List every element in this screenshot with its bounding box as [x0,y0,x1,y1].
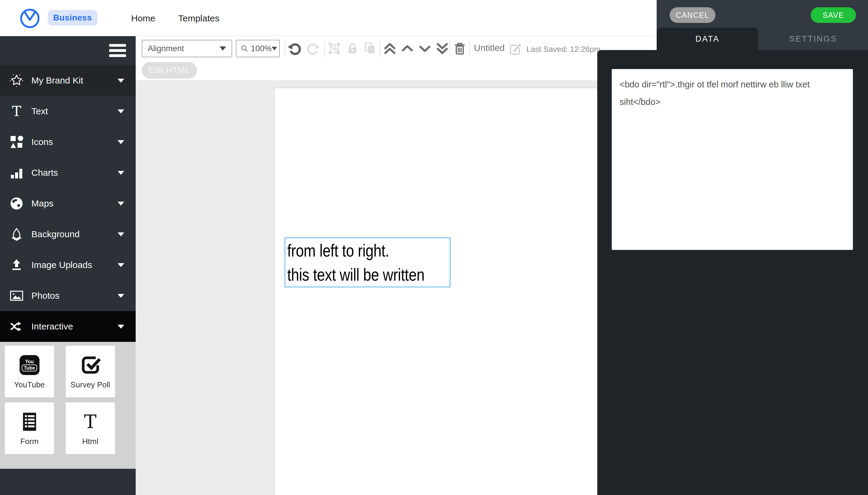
upload-icon [8,258,25,272]
tile-form[interactable]: Form [5,403,54,454]
send-backward-button[interactable] [417,40,433,57]
magnifier-icon [241,45,249,52]
edit-html-button[interactable]: Edit HTML [142,62,197,79]
chevron-down-icon [118,109,124,113]
sidebar-item-label: Text [31,106,48,116]
sidebar-item-label: Photos [31,291,59,301]
photo-icon [8,289,25,303]
chevron-down-icon [118,325,124,329]
chevron-down-icon [118,140,124,144]
shuffle-icon [8,320,25,334]
chevron-down-icon [118,263,124,267]
chevron-down-icon [118,233,124,236]
tile-youtube[interactable]: You Tube YouTube [5,346,54,397]
code-input[interactable]: <bdo dir="rtl">.thgir ot tfel morf netti… [612,69,853,250]
sidebar-item-label: Background [31,229,80,239]
sidebar-item-image-uploads[interactable]: Image Uploads [0,250,136,280]
chevron-down-icon [118,294,124,298]
tile-label: Html [82,437,98,446]
edit-title-icon[interactable] [510,43,522,57]
panel-header: CANCEL SAVE DATA SETTINGS [657,0,868,50]
sidebar-item-text[interactable]: T Text [0,96,136,126]
tab-data[interactable]: DATA [657,28,758,50]
toolbar-divider [324,40,325,57]
nav-home[interactable]: Home [131,13,155,23]
toolbar-divider [380,40,380,57]
brand-logo-icon[interactable] [20,8,40,30]
alignment-dropdown-label: Alignment [148,44,184,53]
chevron-down-icon [220,47,226,51]
chevron-down-icon [118,202,124,206]
sidebar-item-icons[interactable]: Icons [0,126,136,157]
interactive-panel: You Tube YouTube Survey Poll [0,342,136,469]
globe-icon [8,197,25,210]
sidebar-item-charts[interactable]: Charts [0,157,136,188]
tile-survey-poll[interactable]: Survey Poll [66,346,115,397]
toolbar-divider [285,40,285,57]
lock-button[interactable] [344,40,361,57]
form-icon [20,407,39,436]
tile-html[interactable]: T Html [66,403,115,454]
data-panel: <bdo dir="rtl">.thgir ot tfel morf netti… [597,50,868,495]
chevron-down-icon [118,79,124,83]
alignment-dropdown[interactable]: Alignment [142,40,232,57]
tile-label: Form [20,437,39,446]
tab-settings[interactable]: SETTINGS [758,28,868,50]
star-icon [8,73,25,88]
crop-frame-button[interactable] [326,40,342,57]
sidebar-item-interactive[interactable]: Interactive [0,311,136,342]
sidebar-menu: My Brand Kit T Text [0,65,136,342]
toolbar-divider [470,40,470,57]
sidebar-item-photos[interactable]: Photos [0,280,136,311]
sidebar: My Brand Kit T Text [0,36,136,495]
toolbar: Alignment 100% [136,36,657,80]
sidebar-item-label: My Brand Kit [31,75,83,86]
zoom-dropdown[interactable]: 100% [236,40,280,57]
shapes-icon [8,135,25,149]
text-icon: T [8,104,25,118]
cancel-button[interactable]: CANCEL [670,7,715,23]
youtube-icon: You Tube [20,351,39,379]
sidebar-item-maps[interactable]: Maps [0,188,136,219]
undo-button[interactable] [286,40,303,57]
last-saved-text: Last Saved: 12:26pm [526,45,600,54]
redo-button[interactable] [305,40,321,57]
toolbar-divider [449,40,450,57]
duplicate-button[interactable] [362,40,378,57]
canvas-text-line2: this text will be written [287,262,424,287]
sidebar-item-label: Charts [31,168,58,178]
sidebar-item-label: Interactive [31,321,73,331]
droplet-icon [8,227,25,241]
document-title[interactable]: Untitled [474,43,505,53]
app-root: from left to right. this text will be wr… [0,0,868,495]
bring-forward-button[interactable] [399,40,415,57]
sidebar-item-label: Icons [31,137,53,147]
chevron-down-icon [272,47,277,50]
bar-chart-icon [8,166,25,180]
plan-badge: Business [48,10,97,25]
delete-button[interactable] [452,40,468,57]
tile-label: Survey Poll [71,380,110,390]
survey-check-icon [80,351,101,379]
selected-text-element[interactable]: from left to right. this text will be wr… [285,238,450,287]
zoom-value: 100% [251,44,272,53]
top-header: Business Home Templates [0,0,657,36]
chevron-down-icon [118,171,124,175]
tile-label: YouTube [14,380,45,390]
sidebar-item-label: Image Uploads [31,260,92,270]
send-to-back-button[interactable] [434,40,450,57]
sidebar-item-my-brand-kit[interactable]: My Brand Kit [0,65,136,96]
canvas-text-line1: from left to right. [287,238,424,262]
save-button[interactable]: SAVE [811,7,856,23]
hamburger-menu-icon[interactable] [109,44,126,57]
sidebar-item-background[interactable]: Background [0,219,136,250]
html-text-icon: T [84,407,97,436]
sidebar-item-label: Maps [31,198,53,209]
bring-to-front-button[interactable] [382,40,398,57]
nav-templates[interactable]: Templates [178,13,220,23]
